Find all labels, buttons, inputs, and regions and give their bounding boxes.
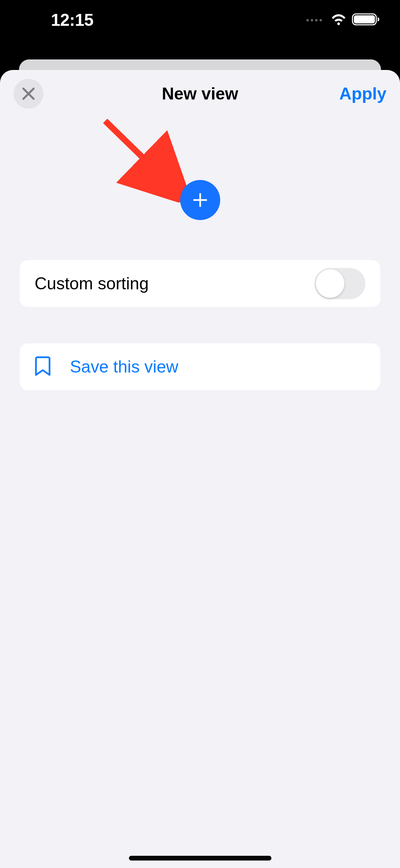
apply-button[interactable]: Apply	[339, 84, 386, 104]
status-indicators	[306, 13, 380, 28]
annotation-arrow	[98, 114, 187, 204]
close-button[interactable]	[14, 79, 43, 109]
battery-icon	[352, 13, 380, 28]
save-view-label: Save this view	[70, 357, 178, 377]
save-view-button[interactable]: Save this view	[20, 343, 380, 390]
svg-line-2	[105, 121, 168, 182]
custom-sorting-toggle[interactable]	[315, 268, 365, 299]
sheet-header: New view Apply	[0, 70, 400, 107]
status-bar: 12:15	[0, 0, 400, 37]
bookmark-icon	[35, 356, 51, 378]
status-time: 12:15	[51, 10, 93, 30]
wifi-icon	[330, 13, 347, 27]
sheet-title: New view	[162, 84, 238, 104]
status-dots-icon	[306, 19, 322, 21]
toggle-knob	[316, 269, 344, 298]
add-button[interactable]	[180, 180, 220, 220]
home-indicator[interactable]	[129, 856, 271, 861]
plus-icon	[192, 192, 208, 208]
custom-sorting-row: Custom sorting	[20, 260, 380, 307]
close-icon	[22, 87, 35, 100]
svg-rect-1	[354, 15, 375, 23]
custom-sorting-label: Custom sorting	[35, 274, 149, 293]
modal-sheet: New view Apply Custom sorting Sav	[0, 70, 400, 868]
